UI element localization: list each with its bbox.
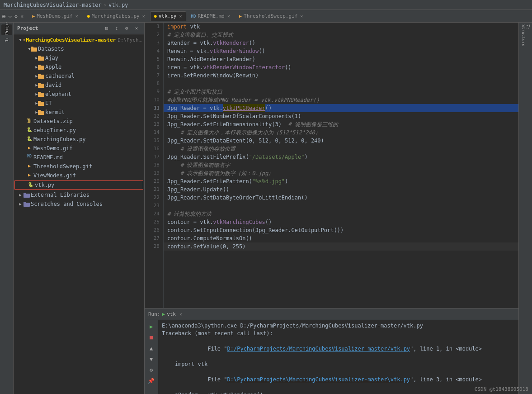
tab-vtk-close[interactable]: ✕: [179, 14, 182, 19]
ln-27: 27: [145, 234, 163, 242]
tab-meshdemo-label: MeshDemo.gif: [37, 13, 72, 19]
run-scroll-down-btn[interactable]: ▼: [147, 355, 156, 364]
svg-rect-5: [38, 56, 41, 57]
tree-label-readme-file: README.md: [33, 154, 63, 161]
tab-meshdemo-close[interactable]: ✕: [75, 14, 78, 19]
run-import-line: import vtk: [162, 361, 515, 368]
tree-label-ajay: Ajay: [45, 55, 58, 61]
run-file2-link[interactable]: D:\PycharmProjects\MarchingCubesVisualiz…: [227, 376, 410, 383]
tree-label-apple: Apple: [45, 64, 61, 70]
split-icon[interactable]: ⇔: [8, 13, 11, 19]
project-title: Project: [17, 25, 38, 31]
ln-16: 16: [145, 145, 163, 153]
tree-item-marchingcubes-file[interactable]: 🐍 MarchingCubes.py: [14, 135, 144, 144]
code-line-4: Renwin = vtk.vtkRenderWindow(): [164, 47, 518, 55]
tree-label-scratches: Scratches and Consoles: [31, 201, 103, 207]
tab-vtk[interactable]: ● vtk.py ✕: [150, 11, 186, 21]
tab-marchingcubes[interactable]: ● MarchingCubes.py ✕: [83, 11, 149, 21]
collapse-all-btn[interactable]: ⊟: [103, 24, 111, 33]
title-separator: ›: [104, 2, 107, 8]
run-content: E:\anaconda3\python.exe D:/PycharmProjec…: [158, 320, 518, 394]
tree-item-external-libs[interactable]: ▶ External Libraries: [14, 190, 144, 199]
run-stop-btn[interactable]: ■: [147, 333, 156, 342]
run-settings-btn[interactable]: ⚙: [147, 366, 156, 375]
run-icon: ▶: [162, 311, 165, 317]
ln-24: 24: [145, 210, 163, 218]
run-body: ▶ ■ ▲ ▼ ⚙ 📌 E:\anaconda3\python.exe D:/P…: [145, 320, 518, 394]
tree-item-debugtimer[interactable]: 🐍 debugTimer.py: [14, 126, 144, 135]
tab-thresholdsweep[interactable]: ▶ ThresholdSweep.gif ✕: [235, 11, 307, 21]
folder-icon-root: [24, 37, 25, 43]
ln-25: 25: [145, 218, 163, 226]
run-panel: Run: ▶ vtk ✕ ▶ ■ ▲ ▼ ⚙ 📌 E:\anaconda3\py…: [145, 308, 518, 394]
svg-rect-2: [31, 47, 37, 52]
tree-item-meshdemo-file[interactable]: ▶ MeshDemo.gif: [14, 144, 144, 153]
project-panel: Project ⊟ ↕ ⚙ ✕ ▼ MarchingCubesVisualize…: [14, 23, 145, 394]
right-strip: 7: Structure: [518, 23, 532, 394]
tab-readme[interactable]: MD README.md ✕: [187, 11, 234, 21]
svg-rect-20: [24, 203, 30, 207]
tree-path-root: D:\PycharmProjects\MarchingCubesVis: [118, 37, 144, 43]
marchingcubes-icon: ●: [87, 14, 90, 19]
line-numbers: 1 2 3 4 5 6 7 8 9 10 11 12 13 14 15 16 1…: [145, 23, 164, 308]
tab-bar: ⊕ ⇔ ⚙ ✕ ▶ MeshDemo.gif ✕ ● MarchingCubes…: [0, 10, 532, 23]
code-line-8: [164, 80, 518, 88]
file-icon-thresholdsweep: ▶: [26, 163, 33, 170]
ln-20: 20: [145, 177, 163, 185]
structure-btn[interactable]: 7: Structure: [520, 24, 531, 52]
close-icon[interactable]: ✕: [20, 13, 24, 19]
title-project: MarchingCubesVisualizer-master: [4, 2, 102, 8]
tree-label-elephant: elephant: [45, 91, 71, 97]
run-file1-link[interactable]: D:/PycharmProjects/MarchingCubesVisualiz…: [227, 346, 410, 352]
tree-item-datasets-zip[interactable]: 🗜 Datasets.zip: [14, 117, 144, 126]
tree-label-thresholdsweep-file: ThresholdSweep.gif: [33, 163, 92, 170]
tree-item-thresholdsweep-file[interactable]: ▶ ThresholdSweep.gif: [14, 162, 144, 171]
ln-8: 8: [145, 80, 163, 88]
ln-14: 14: [145, 128, 163, 137]
file-icon-marchingcubes: 🐍: [26, 136, 33, 142]
tree-label-marchingcubes-file: MarchingCubes.py: [33, 136, 86, 142]
code-line-21: Jpg_Reader.Update(): [164, 185, 518, 194]
code-line-18: # 设置图像前缀名字: [164, 161, 518, 169]
tree-item-readme-file[interactable]: MD README.md: [14, 153, 144, 162]
code-line-27: contour.ComputeNormalsOn(): [164, 234, 518, 242]
ln-15: 15: [145, 137, 163, 145]
run-tab-close[interactable]: ✕: [179, 312, 182, 317]
add-tab-icon[interactable]: ⊕: [2, 13, 5, 20]
tree-arrow-elephant: ▶: [32, 92, 38, 96]
tree-item-datasets[interactable]: ▼ Datasets: [14, 44, 144, 53]
thresholdsweep-icon: ▶: [239, 14, 242, 19]
tree-label-et: ET: [45, 100, 52, 106]
run-file2-suffix: ", line 3, in <module>: [410, 376, 482, 383]
expand-btn[interactable]: ↕: [113, 24, 121, 33]
tab-thresholdsweep-close[interactable]: ✕: [300, 14, 303, 19]
tree-item-vtk-file[interactable]: 🐍 vtk.py: [14, 180, 143, 190]
run-tab-vtk[interactable]: vtk: [167, 311, 176, 317]
settings-btn[interactable]: ⚙: [122, 24, 131, 33]
tree-item-ajay[interactable]: ▶ Ajay: [14, 53, 144, 62]
title-file: vtk.py: [108, 2, 128, 8]
code-line-1: import vtk: [164, 23, 518, 31]
tab-meshdemo[interactable]: ▶ MeshDemo.gif ✕: [28, 11, 82, 21]
tree-item-cathedral[interactable]: ▶ cathedral: [14, 71, 144, 81]
close-panel-btn[interactable]: ✕: [132, 24, 141, 33]
tree-item-scratches[interactable]: ▶ Scratches and Consoles: [14, 199, 144, 209]
tree-item-root[interactable]: ▼ MarchingCubesVisualizer-master D:\Pych…: [14, 35, 144, 44]
code-line-15: Jpg_Reader.SetDataExtent(0, 512, 0, 512,…: [164, 137, 518, 145]
tree-item-viewmodes-file[interactable]: ▶ ViewModes.gif: [14, 171, 144, 180]
run-scroll-up-btn[interactable]: ▲: [147, 344, 156, 353]
project-panel-btn[interactable]: 1: Project: [1, 24, 12, 35]
tab-marchingcubes-close[interactable]: ✕: [142, 14, 145, 19]
svg-rect-14: [38, 102, 44, 106]
code-lines-container[interactable]: import vtk # 定义渲染窗口、交互模式 aRender = vtk.v…: [164, 23, 518, 308]
tree-item-et[interactable]: ▶ ET: [14, 99, 144, 108]
tree-item-apple[interactable]: ▶ Apple: [14, 62, 144, 71]
run-play-btn[interactable]: ▶: [147, 322, 156, 331]
settings-icon[interactable]: ⚙: [14, 13, 18, 19]
tree-item-kermit[interactable]: ▶ kermit: [14, 108, 144, 117]
tree-item-elephant[interactable]: ▶ elephant: [14, 90, 144, 99]
run-pin-btn[interactable]: 📌: [147, 376, 156, 385]
svg-rect-9: [38, 74, 41, 75]
tab-readme-close[interactable]: ✕: [227, 14, 230, 19]
tree-item-david[interactable]: ▶ david: [14, 81, 144, 90]
